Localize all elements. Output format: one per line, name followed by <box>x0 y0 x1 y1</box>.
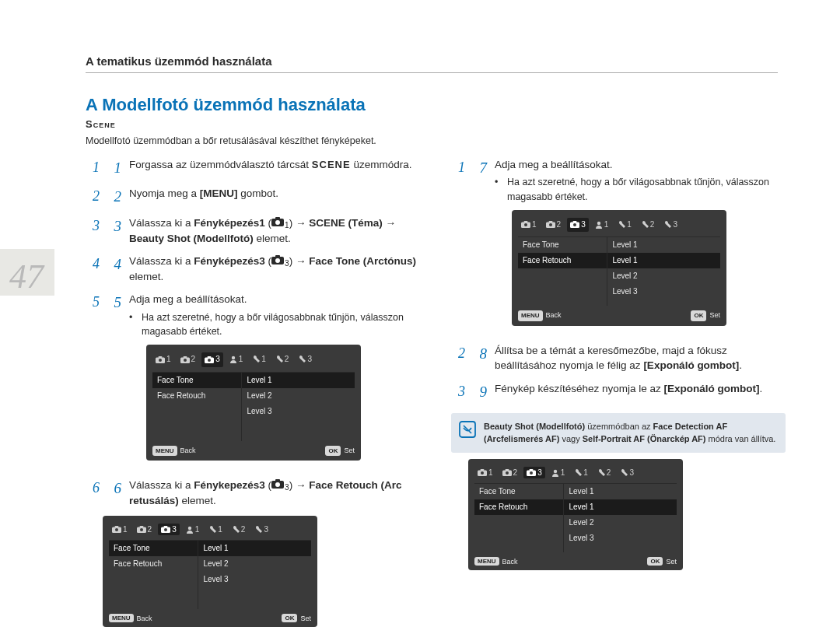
step: 2Nyomja meg a [MENU] gombot. <box>86 186 420 208</box>
svg-point-2 <box>275 220 280 225</box>
lcd-tabs: 1 2 31123 <box>474 467 677 478</box>
svg-rect-4 <box>275 255 280 257</box>
svg-rect-1 <box>275 217 280 219</box>
step: 6Válassza ki a Fénykepezés3 ( 3) → Face … <box>86 478 420 508</box>
svg-point-42 <box>481 471 484 475</box>
camera-lcd: 1 2 31123 Face ToneFace Retouch Level 1L… <box>146 345 361 461</box>
svg-rect-20 <box>115 526 119 527</box>
svg-rect-10 <box>183 356 187 358</box>
step: 3Válassza ki a Fényképezés1 ( 1) → SCENE… <box>86 215 420 246</box>
lcd-menu: Face ToneFace Retouch Level 1Level 1Leve… <box>474 483 677 552</box>
svg-rect-33 <box>548 221 552 222</box>
step: 9Fénykép készítéséhez nyomja le az [Expo… <box>451 381 786 403</box>
svg-point-48 <box>530 471 533 475</box>
svg-point-49 <box>553 470 556 473</box>
lcd-tabs: 1 2 31123 <box>518 218 720 233</box>
lcd-menu: Face ToneFace Retouch Level 1Level 2Leve… <box>109 540 311 609</box>
step: 4Válassza ki a Fényképezés3 ( 3) → Face … <box>86 254 420 284</box>
intro-text: Modellfotó üzemmódban a bőr retusálásáva… <box>86 135 786 148</box>
camera-lcd: 1 2 31123 Face ToneFace Retouch Level 1L… <box>468 459 683 570</box>
step: 1Forgassa az üzemmódválasztó tárcsát SCE… <box>86 157 420 179</box>
lcd-menu: Face ToneFace Retouch Level 1Level 1Leve… <box>518 236 720 306</box>
svg-point-18 <box>275 482 280 487</box>
left-column: 1Forgassa az üzemmódválasztó tárcsát SCE… <box>86 157 420 634</box>
svg-point-21 <box>115 528 118 531</box>
svg-rect-13 <box>208 356 212 358</box>
two-column-layout: 1Forgassa az üzemmódválasztó tárcsát SCE… <box>86 157 786 634</box>
note-text: Beauty Shot (Modellfotó) üzemmódban az F… <box>484 422 775 443</box>
svg-point-15 <box>231 356 234 359</box>
svg-rect-7 <box>159 356 163 358</box>
svg-point-37 <box>573 223 576 226</box>
step: 7Adja meg a beállításokat.Ha azt szeretn… <box>451 157 786 335</box>
svg-point-24 <box>140 528 143 531</box>
svg-point-34 <box>549 223 552 226</box>
svg-rect-44 <box>505 469 509 471</box>
svg-rect-36 <box>573 221 577 222</box>
step: 8Állítsa be a témát a keresőmezőbe, majd… <box>451 343 786 373</box>
info-icon <box>459 421 476 438</box>
svg-rect-17 <box>275 479 280 482</box>
camera-lcd: 1 2 31123 Face ToneFace Retouch Level 1L… <box>512 210 726 326</box>
svg-point-14 <box>208 359 211 362</box>
right-column: 7Adja meg a beállításokat.Ha azt szeretn… <box>451 157 786 634</box>
svg-point-28 <box>187 527 191 530</box>
page-number: 47 <box>9 257 44 296</box>
note-box: Beauty Shot (Modellfotó) üzemmódban az F… <box>451 413 786 453</box>
mode-label: Scene <box>86 118 786 130</box>
svg-rect-23 <box>139 526 143 527</box>
camera-lcd: 1 2 31123 Face ToneFace Retouch Level 1L… <box>103 516 317 627</box>
svg-rect-30 <box>524 221 528 222</box>
svg-point-11 <box>184 359 187 362</box>
page: 47 A tematikus üzemmód használata A Mode… <box>0 0 840 634</box>
svg-point-38 <box>597 222 600 225</box>
steps-left: 1Forgassa az üzemmódválasztó tárcsát SCE… <box>86 157 420 508</box>
step: 5Adja meg a beállításokat.Ha azt szeretn… <box>86 292 420 470</box>
svg-point-5 <box>275 258 280 263</box>
svg-rect-47 <box>530 469 534 471</box>
svg-rect-26 <box>164 526 168 527</box>
svg-rect-41 <box>481 469 485 471</box>
lcd-menu: Face ToneFace Retouch Level 1Level 2Leve… <box>152 372 355 441</box>
steps-right: 7Adja meg a beállításokat.Ha azt szeretn… <box>451 157 786 403</box>
svg-point-31 <box>524 223 527 226</box>
lcd-tabs: 1 2 31123 <box>109 524 311 535</box>
svg-point-45 <box>506 471 509 475</box>
page-title: A Modellfotó üzemmód használata <box>86 95 786 115</box>
svg-point-8 <box>159 359 162 362</box>
running-header: A tematikus üzemmód használata <box>86 54 778 73</box>
lcd-tabs: 1 2 31123 <box>152 352 355 367</box>
svg-point-27 <box>164 528 167 531</box>
